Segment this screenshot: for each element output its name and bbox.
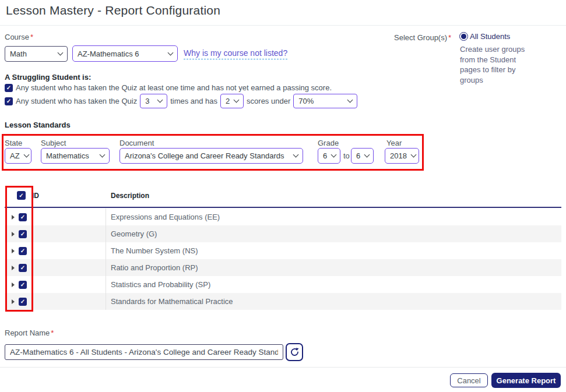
- chevron-down-icon: [293, 152, 299, 158]
- chevron-down-icon: [157, 97, 163, 103]
- chevron-down-icon: [364, 152, 370, 158]
- row-description: Geometry (G): [106, 225, 561, 242]
- state-value: AZ: [10, 151, 20, 160]
- refresh-icon: [290, 347, 300, 357]
- row-id-cell: [33, 209, 106, 225]
- struggling-option1-checkbox[interactable]: [5, 84, 13, 92]
- chevron-down-icon: [347, 97, 353, 103]
- scores-count-value: 2: [226, 97, 230, 105]
- row-description: Ratio and Proportion (RP): [106, 259, 561, 276]
- radio-dot: [461, 34, 466, 39]
- subject-label: Subject: [41, 139, 66, 147]
- struggling-option1: Any student who has taken the Quiz at le…: [5, 83, 332, 92]
- grade-label: Grade: [318, 139, 339, 147]
- page-title: Lesson Mastery - Report Configuration: [6, 3, 220, 17]
- column-header-description: Description: [111, 192, 149, 200]
- row-checkbox[interactable]: [19, 264, 27, 272]
- select-all-checkbox[interactable]: [17, 191, 26, 200]
- column-header-id: ID: [32, 192, 39, 200]
- state-select[interactable]: AZ: [5, 148, 31, 164]
- row-checkbox[interactable]: [19, 281, 27, 289]
- report-name-label: Report Name*: [5, 329, 54, 337]
- grade-to-select[interactable]: 6: [351, 148, 374, 164]
- required-asterisk: *: [30, 33, 33, 41]
- course-subject-select[interactable]: Math: [5, 46, 68, 62]
- year-value: 2018: [390, 151, 407, 160]
- all-students-label: All Students: [470, 32, 510, 41]
- select-groups-label: Select Group(s)*: [394, 33, 451, 42]
- groups-helper-text: Create user groups from the Student page…: [460, 44, 526, 85]
- all-students-radio[interactable]: [459, 32, 468, 41]
- row-description: Statistics and Probability (SP): [106, 276, 561, 293]
- subject-select[interactable]: Mathematics: [41, 148, 110, 164]
- lesson-standards-heading: Lesson Standards: [5, 121, 71, 129]
- chevron-down-icon: [168, 50, 174, 55]
- table-row[interactable]: Expressions and Equations (EE): [5, 209, 561, 225]
- struggling-option2: Any student who has taken the Quiz 3 tim…: [5, 93, 357, 109]
- chevron-down-icon: [23, 152, 29, 158]
- expand-row-icon[interactable]: [12, 215, 15, 220]
- year-label: Year: [386, 139, 402, 147]
- report-name-input[interactable]: [5, 344, 283, 360]
- row-checkbox[interactable]: [19, 213, 27, 221]
- chevron-down-icon: [410, 152, 416, 158]
- score-threshold-select[interactable]: 70%: [293, 94, 357, 108]
- row-id-cell: [33, 259, 106, 276]
- row-checkbox[interactable]: [19, 298, 27, 306]
- row-id-cell: [33, 242, 106, 259]
- quiz-times-value: 3: [145, 97, 149, 105]
- standards-filters-highlight-box: State AZ Subject Mathematics Document Ar…: [2, 134, 424, 171]
- row-checkbox[interactable]: [19, 230, 27, 238]
- table-row[interactable]: Statistics and Probability (SP): [5, 276, 561, 293]
- grade-to-value: 6: [356, 151, 360, 160]
- all-students-option: All Students: [459, 32, 510, 41]
- chevron-down-icon: [234, 97, 240, 103]
- state-label: State: [5, 139, 22, 147]
- struggling-option2-label-part1: Any student who has taken the Quiz: [16, 97, 137, 105]
- header-divider: [0, 25, 566, 26]
- table-row[interactable]: The Number System (NS): [5, 242, 561, 259]
- row-id-cell: [33, 293, 106, 310]
- expand-row-icon[interactable]: [12, 249, 15, 253]
- row-checkbox[interactable]: [19, 247, 27, 255]
- scores-count-select[interactable]: 2: [220, 94, 244, 108]
- standards-table: Expressions and Equations (EE) Geometry …: [5, 209, 561, 310]
- struggling-option2-checkbox[interactable]: [5, 97, 13, 105]
- table-header-divider: [5, 207, 561, 208]
- row-description: Standards for Mathematical Practice: [106, 293, 561, 310]
- document-value: Arizona's College and Career Ready Stand…: [125, 151, 284, 160]
- grade-to-word: to: [343, 151, 350, 160]
- score-threshold-value: 70%: [298, 97, 314, 105]
- expand-row-icon[interactable]: [12, 266, 15, 270]
- chevron-down-icon: [100, 152, 106, 158]
- course-select[interactable]: AZ-Mathematics 6: [72, 45, 178, 62]
- table-row[interactable]: Geometry (G): [5, 225, 561, 242]
- expand-row-icon[interactable]: [12, 282, 15, 287]
- chevron-down-icon: [331, 152, 337, 158]
- report-configuration-page: Lesson Mastery - Report Configuration Co…: [0, 0, 566, 392]
- grade-from-select[interactable]: 6: [318, 148, 340, 164]
- expand-row-icon[interactable]: [12, 299, 15, 304]
- struggling-option2-label-part2: times and has: [170, 97, 217, 105]
- table-row[interactable]: Standards for Mathematical Practice: [5, 293, 561, 310]
- grade-from-value: 6: [323, 151, 327, 160]
- course-help-link[interactable]: Why is my course not listed?: [184, 48, 287, 59]
- required-asterisk: *: [51, 329, 54, 337]
- table-row[interactable]: Ratio and Proportion (RP): [5, 259, 561, 276]
- row-description: The Number System (NS): [106, 242, 561, 259]
- document-select[interactable]: Arizona's College and Career Ready Stand…: [119, 148, 303, 164]
- struggling-option1-label: Any student who has taken the Quiz at le…: [16, 83, 332, 92]
- struggling-student-heading: A Struggling Student is:: [5, 73, 91, 82]
- quiz-times-select[interactable]: 3: [140, 94, 167, 108]
- course-label: Course*: [5, 33, 33, 41]
- expand-row-icon[interactable]: [12, 232, 15, 236]
- chevron-down-icon: [58, 50, 64, 55]
- course-controls: Math AZ-Mathematics 6 Why is my course n…: [5, 45, 287, 62]
- year-select[interactable]: 2018: [385, 148, 419, 164]
- document-label: Document: [119, 139, 154, 147]
- cancel-button[interactable]: Cancel: [450, 373, 488, 387]
- refresh-report-name-button[interactable]: [286, 343, 303, 361]
- generate-report-button[interactable]: Generate Report: [491, 373, 561, 388]
- row-description: Expressions and Equations (EE): [106, 209, 561, 225]
- required-asterisk: *: [448, 33, 451, 42]
